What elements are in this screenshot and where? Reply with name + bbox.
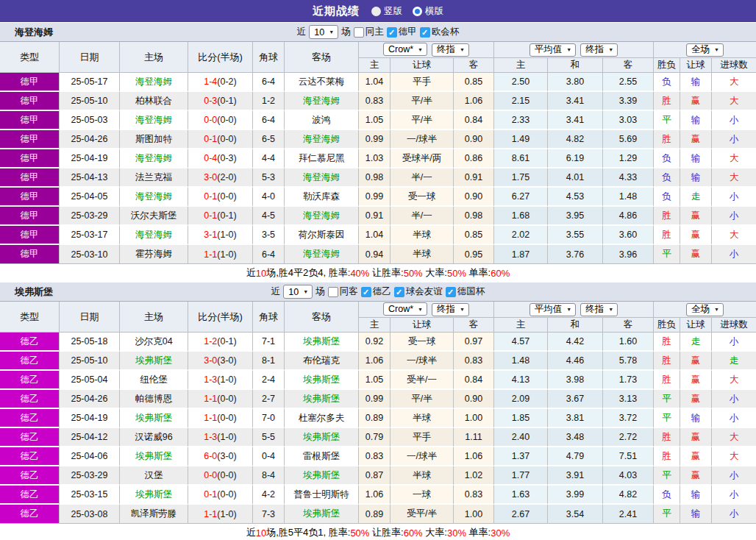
- avg-draw-cell: 3.91: [548, 466, 603, 486]
- layout-option-vertical[interactable]: 竖版: [371, 5, 402, 18]
- avg-stage-select[interactable]: 终指▼: [580, 43, 618, 57]
- score-cell: 0-1(0-0): [188, 486, 253, 505]
- away-team-cell[interactable]: 埃弗斯堡: [285, 466, 359, 486]
- away-team-cell[interactable]: 埃弗斯堡: [285, 505, 359, 524]
- avg-draw-cell: 3.41: [548, 111, 603, 130]
- avg-stage-select[interactable]: 终指▼: [580, 303, 618, 316]
- date-cell: 25-05-17: [60, 73, 120, 92]
- summary-segment: 场,胜4平2负4, 胜率:: [266, 266, 350, 280]
- away-team-cell[interactable]: 布伦瑞克: [285, 352, 359, 371]
- away-team-cell[interactable]: 勒沃库森: [285, 188, 359, 207]
- match-row: 德甲 25-03-29 沃尔夫斯堡 0-1(0-1) 4-5 海登海姆 0.91…: [0, 207, 756, 226]
- home-team-cell[interactable]: 海登海姆: [120, 149, 188, 168]
- subcolumn-header: 客: [603, 318, 654, 333]
- sections-container: 海登海姆 近 10▼ 场 同主 ✓德甲✓欧会杯 类型日期主场比分(半场)角球客场…: [0, 22, 756, 540]
- odds-home-cell: 0.89: [359, 409, 391, 428]
- away-team-cell[interactable]: 海登海姆: [285, 168, 359, 188]
- away-team-cell[interactable]: 海登海姆: [285, 130, 359, 149]
- away-team-cell[interactable]: 杜塞尔多夫: [285, 409, 359, 428]
- date-cell: 25-05-04: [60, 371, 120, 390]
- away-team-cell[interactable]: 海登海姆: [285, 245, 359, 264]
- away-team-cell[interactable]: 波鸿: [285, 111, 359, 130]
- home-team-cell[interactable]: 沙尔克04: [120, 333, 188, 352]
- home-team-cell[interactable]: 汉堡: [120, 466, 188, 486]
- result-scope-select[interactable]: 全场▼: [686, 43, 724, 57]
- home-team-cell[interactable]: 法兰克福: [120, 168, 188, 188]
- chevron-down-icon: ▼: [714, 47, 719, 52]
- away-team-cell[interactable]: 拜仁慕尼黑: [285, 149, 359, 168]
- subcolumn-header: 主: [359, 58, 391, 73]
- home-team-cell[interactable]: 海登海姆: [120, 73, 188, 92]
- home-team-cell[interactable]: 沃尔夫斯堡: [120, 207, 188, 226]
- column-header: 比分(半场): [188, 302, 253, 333]
- avg-home-cell: 1.49: [494, 130, 548, 149]
- home-team-cell[interactable]: 埃弗斯堡: [120, 409, 188, 428]
- result-group-header: 全场▼: [654, 42, 756, 58]
- away-team-cell[interactable]: 埃弗斯堡: [285, 333, 359, 352]
- home-team-cell[interactable]: 埃弗斯堡: [120, 486, 188, 505]
- league-filter-checkbox-2[interactable]: ✓德国杯: [446, 285, 485, 298]
- home-team-cell[interactable]: 帕德博恩: [120, 390, 188, 409]
- home-team-cell[interactable]: 纽伦堡: [120, 371, 188, 390]
- home-team-cell[interactable]: 海登海姆: [120, 226, 188, 245]
- checkbox-checked-icon: ✓: [394, 287, 404, 297]
- radio-label-vertical: 竖版: [384, 5, 402, 18]
- subcolumn-header: 客: [454, 58, 494, 73]
- score-cell: 1-3(1-0): [188, 371, 253, 390]
- layout-option-horizontal[interactable]: 横版: [413, 5, 443, 18]
- away-team-cell[interactable]: 埃弗斯堡: [285, 428, 359, 447]
- odds-stage-select[interactable]: 终指▼: [432, 303, 469, 316]
- odds-source-select[interactable]: Crow*▼: [383, 302, 427, 316]
- away-team-cell[interactable]: 埃弗斯堡: [285, 371, 359, 390]
- goals-result-cell: 大: [712, 371, 756, 390]
- match-row: 德乙 25-04-19 埃弗斯堡 1-1(0-0) 7-0 杜塞尔多夫 0.89…: [0, 409, 756, 428]
- home-team-cell[interactable]: 汉诺威96: [120, 428, 188, 447]
- same-venue-checkbox[interactable]: 同主: [354, 26, 384, 38]
- home-team-cell[interactable]: 海登海姆: [120, 111, 188, 130]
- column-header: 主场: [120, 302, 188, 333]
- home-team-cell[interactable]: 斯图加特: [120, 130, 188, 149]
- avg-source-select[interactable]: 平均值▼: [529, 43, 576, 57]
- home-team-cell[interactable]: 凯泽斯劳滕: [120, 505, 188, 524]
- result-cell: 胜: [654, 130, 680, 149]
- away-team-cell[interactable]: 海登海姆: [285, 207, 359, 226]
- column-header: 角球: [253, 302, 285, 333]
- match-count-select[interactable]: 10▼: [283, 285, 313, 299]
- result-cell: 胜: [654, 226, 680, 245]
- odds-away-cell: 0.86: [454, 149, 494, 168]
- away-team-cell[interactable]: 荷尔斯泰因: [285, 226, 359, 245]
- league-filter-checkbox-0[interactable]: ✓德甲: [387, 26, 417, 38]
- odds-home-cell: 0.99: [359, 390, 391, 409]
- home-team-cell[interactable]: 霍芬海姆: [120, 245, 188, 264]
- result-scope-select[interactable]: 全场▼: [686, 303, 724, 316]
- league-filter-checkbox-1[interactable]: ✓球会友谊: [394, 285, 443, 298]
- page-title: 近期战绩: [313, 4, 360, 18]
- same-venue-checkbox[interactable]: 同客: [328, 285, 358, 298]
- match-count-select[interactable]: 10▼: [309, 25, 338, 39]
- avg-draw-cell: 4.46: [548, 352, 603, 371]
- avg-draw-cell: 3.48: [548, 428, 603, 447]
- avg-source-select[interactable]: 平均值▼: [529, 303, 576, 316]
- away-team-cell[interactable]: 普鲁士明斯特: [285, 486, 359, 505]
- home-team-cell[interactable]: 柏林联合: [120, 92, 188, 111]
- score-cell: 1-1(1-0): [188, 505, 253, 524]
- home-team-cell[interactable]: 埃弗斯堡: [120, 447, 188, 466]
- home-team-cell[interactable]: 海登海姆: [120, 188, 188, 207]
- team-section-0: 海登海姆 近 10▼ 场 同主 ✓德甲✓欧会杯 类型日期主场比分(半场)角球客场…: [0, 22, 756, 282]
- corner-cell: 7-0: [253, 409, 285, 428]
- league-filter-checkbox-1[interactable]: ✓欧会杯: [420, 26, 460, 38]
- away-team-cell[interactable]: 雷根斯堡: [285, 447, 359, 466]
- home-team-cell[interactable]: 埃弗斯堡: [120, 352, 188, 371]
- goals-result-cell: 小: [712, 130, 756, 149]
- odds-source-select[interactable]: Crow*▼: [383, 43, 427, 56]
- summary-segment: 10: [256, 268, 266, 279]
- odds-stage-select[interactable]: 终指▼: [432, 43, 469, 57]
- away-team-cell[interactable]: 海登海姆: [285, 92, 359, 111]
- away-team-cell[interactable]: 埃弗斯堡: [285, 390, 359, 409]
- date-cell: 25-04-19: [60, 409, 120, 428]
- chevron-down-icon: ▼: [714, 307, 719, 312]
- match-row: 德甲 25-04-26 斯图加特 0-1(0-0) 6-5 海登海姆 0.99一…: [0, 130, 756, 149]
- league-filter-checkbox-0[interactable]: ✓德乙: [361, 285, 391, 298]
- away-team-cell[interactable]: 云达不莱梅: [285, 73, 359, 92]
- chevron-down-icon: ▼: [418, 307, 423, 312]
